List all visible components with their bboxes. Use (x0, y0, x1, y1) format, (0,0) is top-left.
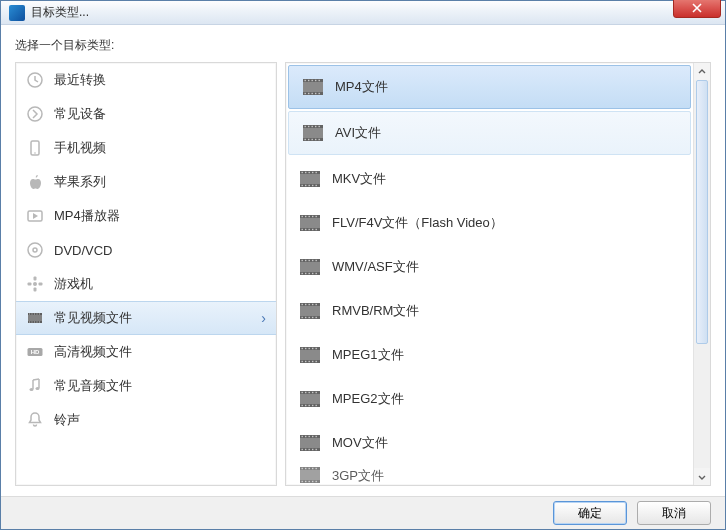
svg-rect-103 (305, 317, 306, 318)
svg-rect-76 (302, 229, 303, 230)
category-item[interactable]: 常见音频文件 (16, 369, 276, 403)
svg-rect-119 (316, 361, 317, 362)
svg-rect-124 (305, 392, 306, 393)
svg-rect-73 (309, 216, 310, 217)
film-icon (300, 435, 320, 451)
svg-rect-84 (302, 260, 303, 261)
window-title: 目标类型... (31, 4, 673, 21)
disc-icon (26, 241, 44, 259)
chevron-right-icon: › (261, 310, 266, 326)
scroll-thumb[interactable] (696, 80, 708, 344)
svg-rect-104 (309, 317, 310, 318)
film-icon (300, 467, 320, 483)
svg-point-5 (28, 243, 42, 257)
category-item[interactable]: HD高清视频文件 (16, 335, 276, 369)
category-item[interactable]: 常见视频文件› (16, 301, 276, 335)
svg-rect-20 (29, 322, 30, 323)
player-icon (26, 207, 44, 225)
film-icon (300, 259, 320, 275)
category-item[interactable]: 最近转换 (16, 63, 276, 97)
category-list: 最近转换常见设备手机视频苹果系列MP4播放器DVD/VCD游戏机常见视频文件›H… (15, 62, 277, 486)
panels: 最近转换常见设备手机视频苹果系列MP4播放器DVD/VCD游戏机常见视频文件›H… (15, 62, 711, 486)
scroll-down-button[interactable] (694, 468, 710, 485)
svg-rect-53 (315, 139, 316, 140)
format-item[interactable]: MPEG2文件 (286, 377, 693, 421)
category-item[interactable]: MP4播放器 (16, 199, 276, 233)
svg-rect-22 (34, 322, 35, 323)
film-icon (303, 79, 323, 95)
format-label: RMVB/RM文件 (332, 302, 419, 320)
svg-rect-19 (39, 314, 40, 315)
svg-rect-108 (300, 347, 320, 350)
category-item[interactable]: 常见设备 (16, 97, 276, 131)
svg-rect-157 (312, 481, 313, 482)
film-icon (300, 171, 320, 187)
svg-rect-78 (309, 229, 310, 230)
svg-rect-75 (316, 216, 317, 217)
format-item[interactable]: RMVB/RM文件 (286, 289, 693, 333)
hd-icon: HD (26, 343, 44, 361)
format-label: MPEG1文件 (332, 346, 404, 364)
category-label: 苹果系列 (54, 173, 106, 191)
titlebar: 目标类型... (1, 1, 725, 25)
arrow-right-icon (26, 105, 44, 123)
format-item[interactable]: FLV/F4V文件（Flash Video） (286, 201, 693, 245)
svg-rect-142 (305, 449, 306, 450)
scrollbar[interactable] (693, 63, 710, 485)
category-item[interactable]: 手机视频 (16, 131, 276, 165)
svg-rect-54 (319, 139, 320, 140)
svg-rect-62 (316, 172, 317, 173)
category-label: 游戏机 (54, 275, 93, 293)
svg-rect-137 (305, 436, 306, 437)
svg-rect-41 (319, 93, 320, 94)
close-button[interactable] (673, 0, 721, 18)
format-item[interactable]: AVI文件 (288, 111, 691, 155)
category-label: 铃声 (54, 411, 80, 429)
cancel-button[interactable]: 取消 (637, 501, 711, 525)
svg-rect-87 (312, 260, 313, 261)
ok-button[interactable]: 确定 (553, 501, 627, 525)
svg-rect-17 (34, 314, 35, 315)
scroll-track[interactable] (694, 80, 710, 468)
svg-rect-36 (319, 80, 320, 81)
chevron-up-icon (698, 68, 706, 76)
svg-rect-123 (302, 392, 303, 393)
svg-rect-51 (308, 139, 309, 140)
svg-rect-154 (302, 481, 303, 482)
svg-rect-50 (305, 139, 306, 140)
format-label: WMV/ASF文件 (332, 258, 419, 276)
category-item[interactable]: DVD/VCD (16, 233, 276, 267)
svg-rect-71 (302, 216, 303, 217)
svg-rect-31 (303, 92, 323, 95)
content-area: 选择一个目标类型: 最近转换常见设备手机视频苹果系列MP4播放器DVD/VCD游… (1, 25, 725, 496)
svg-rect-100 (312, 304, 313, 305)
svg-rect-131 (312, 405, 313, 406)
svg-rect-61 (312, 172, 313, 173)
svg-rect-65 (309, 185, 310, 186)
category-item[interactable]: 游戏机 (16, 267, 276, 301)
close-icon (692, 3, 702, 13)
scroll-up-button[interactable] (694, 63, 710, 80)
format-item[interactable]: WMV/ASF文件 (286, 245, 693, 289)
svg-rect-58 (302, 172, 303, 173)
svg-rect-122 (300, 404, 320, 407)
category-label: 手机视频 (54, 139, 106, 157)
format-item[interactable]: MKV文件 (286, 157, 693, 201)
format-item[interactable]: 3GP文件 (286, 465, 693, 485)
film-icon (300, 347, 320, 363)
category-item[interactable]: 铃声 (16, 403, 276, 437)
svg-rect-16 (32, 314, 33, 315)
format-item[interactable]: MOV文件 (286, 421, 693, 465)
format-label: FLV/F4V文件（Flash Video） (332, 214, 503, 232)
format-item[interactable]: MP4文件 (288, 65, 691, 109)
svg-rect-140 (316, 436, 317, 437)
svg-rect-93 (316, 273, 317, 274)
svg-rect-121 (300, 391, 320, 394)
svg-rect-70 (300, 228, 320, 231)
svg-rect-148 (300, 480, 320, 483)
svg-rect-80 (316, 229, 317, 230)
category-item[interactable]: 苹果系列 (16, 165, 276, 199)
format-item[interactable]: MPEG1文件 (286, 333, 693, 377)
svg-rect-44 (303, 138, 323, 141)
svg-rect-77 (305, 229, 306, 230)
